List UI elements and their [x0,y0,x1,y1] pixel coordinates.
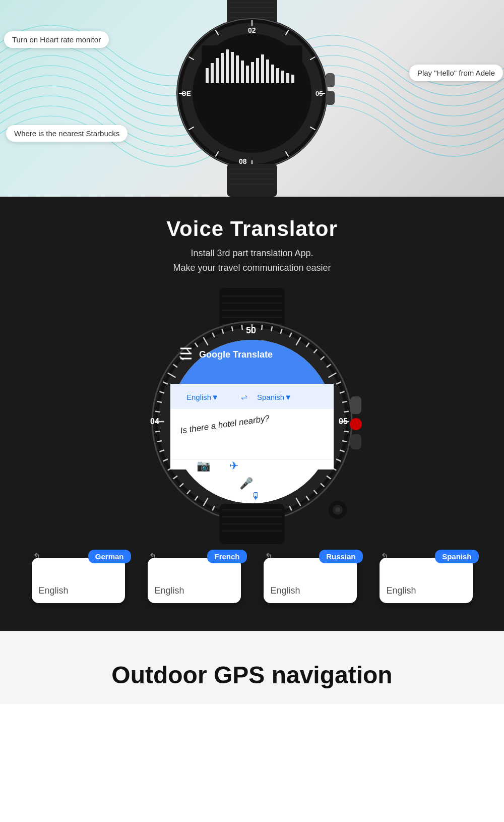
card-german-to: German [88,550,131,563]
svg-rect-45 [326,91,335,105]
svg-text:🎙: 🎙 [251,491,261,502]
svg-text:02: 02 [248,26,256,34]
card-german-from: English [39,585,69,596]
svg-rect-27 [211,63,214,83]
card-french-bg: English [148,558,241,603]
watch-translator-svg: 50 05 0E 04 [121,288,383,545]
svg-rect-30 [226,49,229,83]
svg-line-109 [155,431,160,432]
svg-text:50: 50 [246,325,256,335]
svg-text:✈: ✈ [229,459,238,472]
card-french-from: English [155,585,184,596]
svg-rect-28 [216,58,219,83]
bubble-starbucks: Where is the nearest Starbucks [6,125,128,142]
svg-rect-44 [326,73,335,87]
card-russian-from: English [271,585,300,596]
svg-rect-36 [256,58,259,83]
voice-assistant-section: 02 05 08 OE [0,0,504,197]
voice-translator-section: Voice Translator Install 3rd part transl… [0,197,504,631]
svg-text:Spanish▼: Spanish▼ [257,393,292,401]
card-spanish-to: Spanish [435,550,478,563]
svg-text:Google Translate: Google Translate [199,349,273,360]
translator-title: Voice Translator [0,217,504,241]
bubble-adele: Play "Hello" from Adele [409,65,503,81]
svg-text:🎤: 🎤 [239,477,254,490]
svg-line-111 [155,411,160,412]
svg-text:05: 05 [316,90,323,97]
translation-card-german: ↰ English German [32,558,125,606]
svg-rect-35 [251,62,254,83]
gps-title: Outdoor GPS navigation [0,651,504,699]
translator-subtitle: Install 3rd part translation App. Make y… [0,246,504,275]
svg-text:⇌: ⇌ [241,393,247,401]
svg-rect-31 [231,52,234,83]
svg-point-144 [350,418,362,430]
svg-rect-26 [206,68,209,83]
svg-line-66 [262,325,262,330]
bubble-heart-rate: Turn on Heart rate monitor [4,31,109,48]
svg-rect-39 [271,65,274,83]
svg-rect-41 [281,71,284,83]
card-spanish-from: English [387,585,416,596]
translation-cards: ↰ English German ↰ English French ↰ Engl… [0,548,504,621]
svg-rect-143 [350,396,361,414]
svg-rect-145 [350,434,361,449]
card-russian-to: Russian [319,550,362,563]
svg-rect-29 [221,53,224,83]
watch-translator: 50 05 0E 04 [0,285,504,548]
svg-rect-33 [241,61,244,83]
svg-rect-42 [286,73,289,83]
svg-line-124 [242,325,242,330]
svg-point-148 [335,507,340,512]
svg-line-79 [344,411,349,412]
svg-rect-43 [291,75,294,83]
card-russian-bg: English [264,558,357,603]
svg-rect-32 [236,55,239,83]
translation-card-russian: ↰ English Russian [264,558,357,606]
svg-rect-38 [266,60,269,83]
svg-text:📷: 📷 [197,459,211,473]
svg-text:OE: OE [181,90,191,97]
translation-card-spanish: ↰ English Spanish [380,558,473,606]
svg-text:English▼: English▼ [186,393,219,401]
card-spanish-bg: English [380,558,473,603]
svg-rect-34 [246,66,249,83]
translation-card-french: ↰ English French [148,558,241,606]
svg-line-81 [344,431,349,432]
svg-rect-37 [261,54,264,83]
translator-heading: Voice Translator Install 3rd part transl… [0,217,504,275]
gps-section: Outdoor GPS navigation [0,631,504,704]
svg-rect-40 [276,68,279,83]
card-german-bg: English [32,558,125,603]
card-french-to: French [207,550,246,563]
